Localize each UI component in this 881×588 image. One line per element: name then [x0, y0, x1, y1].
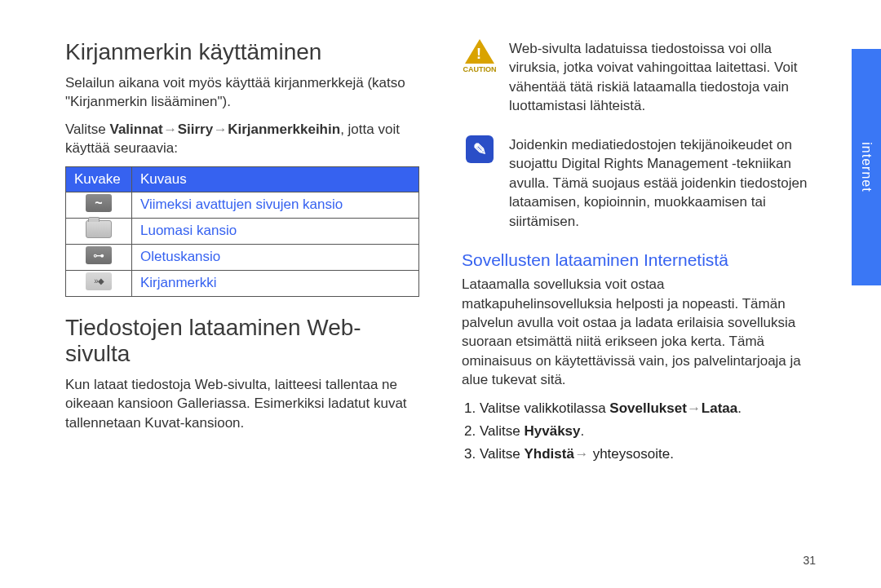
page-number: 31 [803, 554, 816, 567]
caution-icon: CAUTION [462, 39, 498, 124]
default-folder-icon [86, 246, 112, 264]
note-icon: ✎ [462, 135, 498, 239]
arrow-icon: → [163, 120, 178, 139]
bookmark-nav-para: Valitse Valinnat→Siirry→Kirjanmerkkeihin… [65, 120, 419, 158]
user-folder-icon [86, 220, 112, 238]
icon-table: Kuvake Kuvaus Viimeksi avattujen sivujen… [65, 166, 419, 297]
recent-folder-icon [86, 194, 112, 212]
table-row: Viimeksi avattujen sivujen kansio [66, 192, 419, 218]
caution-text: Web-sivulta ladatuissa tiedostoissa voi … [509, 39, 816, 116]
heading-bookmark-use: Kirjanmerkin käyttäminen [65, 39, 419, 65]
step-2: Valitse Hyväksy. [480, 421, 816, 442]
heading-download-files: Tiedostojen lataaminen Web-sivulta [65, 315, 419, 367]
note-text: Joidenkin mediatiedostojen tekijänoikeud… [509, 135, 816, 231]
bookmark-use-para: Selailun aikana voit myös käyttää kirjan… [65, 73, 419, 112]
table-row: Oletuskansio [66, 244, 419, 270]
table-row: Luomasi kansio [66, 218, 419, 244]
right-column: CAUTION Web-sivulta ladatuissa tiedostoi… [462, 39, 816, 467]
manual-page: Kirjanmerkin käyttäminen Selailun aikana… [0, 0, 881, 588]
step-3: Valitse Yhdistä→ yhteysosoite. [480, 444, 816, 465]
side-tab: internet [852, 0, 881, 588]
th-desc: Kuvaus [132, 166, 419, 192]
arrow-icon: → [687, 398, 702, 419]
bookmark-icon [86, 272, 112, 290]
arrow-icon: → [574, 444, 589, 465]
heading-download-apps: Sovellusten lataaminen Internetistä [462, 250, 816, 270]
step-1: Valitse valikkotilassa Sovellukset→Lataa… [480, 398, 816, 419]
arrow-icon: → [213, 120, 228, 139]
steps-list: Valitse valikkotilassa Sovellukset→Lataa… [462, 398, 816, 466]
note-block: ✎ Joidenkin mediatiedostojen tekijänoike… [462, 135, 816, 239]
left-column: Kirjanmerkin käyttäminen Selailun aikana… [65, 39, 419, 467]
download-apps-para: Lataamalla sovelluksia voit ostaa matkap… [462, 275, 816, 390]
side-tab-label: internet [859, 142, 874, 192]
table-row: Kirjanmerkki [66, 270, 419, 296]
download-files-para: Kun lataat tiedostoja Web-sivulta, laitt… [65, 375, 419, 432]
caution-block: CAUTION Web-sivulta ladatuissa tiedostoi… [462, 39, 816, 124]
th-icon: Kuvake [66, 166, 132, 192]
